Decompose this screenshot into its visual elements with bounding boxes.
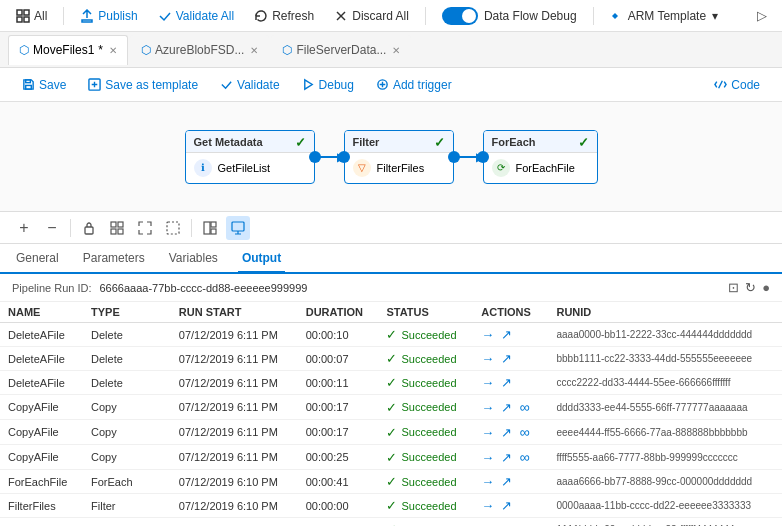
run-bar-icons: ⊡ ↻ ● [728, 280, 770, 295]
tab-output[interactable]: Output [238, 245, 285, 273]
maximize-icon[interactable]: ▷ [750, 4, 774, 28]
cell-status: ✓ Succeeded [378, 347, 473, 371]
action-view-icon[interactable]: → [481, 400, 494, 415]
tab-movefiles[interactable]: ⬡ MoveFiles1 * ✕ [8, 35, 128, 65]
action-loop-icon[interactable]: ∞ [519, 424, 529, 440]
cell-runid: dddd3333-ee44-5555-66ff-777777aaaaaaa [548, 395, 782, 420]
tab-general[interactable]: General [12, 244, 63, 272]
arm-template-button[interactable]: ARM Template ▾ [602, 7, 726, 25]
action-view-icon[interactable]: → [481, 522, 494, 526]
action-open-icon[interactable]: ↗ [501, 375, 512, 390]
action-open-icon[interactable]: ↗ [501, 522, 512, 526]
node-filter[interactable]: Filter ✓ ▽ FilterFiles [344, 130, 454, 184]
tab-modified-indicator: * [98, 43, 103, 57]
copy-run-id-icon[interactable]: ⊡ [728, 280, 739, 295]
action-view-icon[interactable]: → [481, 327, 494, 342]
tab-parameters[interactable]: Parameters [79, 244, 149, 272]
monitor-icon-btn[interactable] [226, 216, 250, 240]
tab-close-icon3[interactable]: ✕ [392, 45, 400, 56]
fit-icon-btn[interactable] [133, 216, 157, 240]
cell-run-start: 07/12/2019 6:10 PM [171, 494, 298, 518]
discard-all-button[interactable]: Discard All [326, 7, 417, 25]
action-open-icon[interactable]: ↗ [501, 351, 512, 366]
add-trigger-button[interactable]: Add trigger [366, 74, 462, 96]
svg-line-9 [719, 81, 723, 88]
separator2 [425, 7, 426, 25]
cell-status: ✓ Succeeded [378, 494, 473, 518]
action-open-icon[interactable]: ↗ [501, 474, 512, 489]
cell-status: ✓ Succeeded [378, 470, 473, 494]
refresh-run-icon[interactable]: ↻ [745, 280, 756, 295]
data-flow-debug-toggle[interactable]: Data Flow Debug [442, 7, 577, 25]
action-view-icon[interactable]: → [481, 474, 494, 489]
node-foreach[interactable]: ForEach ✓ ⟳ ForEachFile [483, 130, 598, 184]
cell-duration: 00:00:41 [298, 470, 379, 494]
publish-button[interactable]: Publish [72, 7, 145, 25]
node-getmetadata[interactable]: Get Metadata ✓ ℹ GetFileList [185, 130, 315, 184]
port-left-foreach [477, 151, 489, 163]
node-check-getmetadata: ✓ [295, 135, 306, 150]
toggle-thumb [462, 9, 476, 23]
svg-marker-7 [304, 80, 311, 89]
svg-rect-1 [24, 10, 29, 15]
svg-rect-2 [17, 17, 22, 22]
action-loop-icon[interactable]: ∞ [519, 399, 529, 415]
tab-close-icon[interactable]: ✕ [109, 45, 117, 56]
tab-close-icon2[interactable]: ✕ [250, 45, 258, 56]
separator [63, 7, 64, 25]
output-table-wrap: NAME TYPE RUN START DURATION STATUS ACTI… [0, 302, 782, 526]
validate-all-button[interactable]: Validate All [150, 7, 242, 25]
action-loop-icon[interactable]: ∞ [519, 449, 529, 465]
layout-icon-btn[interactable] [198, 216, 222, 240]
run-id-value: 6666aaaa-77bb-cccc-dd88-eeeeee999999 [100, 282, 308, 294]
cell-name: CopyAFile [0, 420, 83, 445]
save-button[interactable]: Save [12, 74, 76, 96]
cell-name: CopyAFile [0, 445, 83, 470]
cell-run-start: 07/12/2019 6:11 PM [171, 445, 298, 470]
status-success-icon: ✓ [386, 400, 397, 415]
refresh-button[interactable]: Refresh [246, 7, 322, 25]
action-open-icon[interactable]: ↗ [501, 327, 512, 342]
select-icon-btn[interactable] [161, 216, 185, 240]
cell-type: Delete [83, 323, 171, 347]
port-right-getmetadata[interactable] [309, 151, 321, 163]
action-view-icon[interactable]: → [481, 450, 494, 465]
action-open-icon[interactable]: ↗ [501, 450, 512, 465]
table-row: ForEachFile ForEach 07/12/2019 6:10 PM 0… [0, 470, 782, 494]
debug-button[interactable]: Debug [292, 74, 364, 96]
action-open-icon[interactable]: ↗ [501, 400, 512, 415]
action-view-icon[interactable]: → [481, 375, 494, 390]
all-button[interactable]: All [8, 7, 55, 25]
node-icon-info: ℹ [194, 159, 212, 177]
status-success-icon: ✓ [386, 474, 397, 489]
action-view-icon[interactable]: → [481, 425, 494, 440]
cell-type: Copy [83, 445, 171, 470]
add-icon-btn[interactable]: + [12, 216, 36, 240]
tab-fileserver[interactable]: ⬡ FileServerData... ✕ [271, 35, 411, 65]
action-open-icon[interactable]: ↗ [501, 498, 512, 513]
cell-duration: 00:00:07 [298, 347, 379, 371]
lock-icon-btn[interactable] [77, 216, 101, 240]
cell-name: DeleteAFile [0, 323, 83, 347]
cell-duration: 00:00:25 [298, 445, 379, 470]
cell-duration: 00:00:13 [298, 518, 379, 527]
cell-duration: 00:00:11 [298, 371, 379, 395]
cell-actions: → ↗ [473, 494, 548, 518]
tab-variables[interactable]: Variables [165, 244, 222, 272]
toggle-track[interactable] [442, 7, 478, 25]
tab-pipeline-icon: ⬡ [19, 43, 29, 57]
node-header-filter: Filter ✓ [345, 131, 453, 153]
output-tabs: General Parameters Variables Output [0, 244, 782, 274]
tab-azureblob[interactable]: ⬡ AzureBlobFSD... ✕ [130, 35, 269, 65]
action-open-icon[interactable]: ↗ [501, 425, 512, 440]
validate-button[interactable]: Validate [210, 74, 289, 96]
grid-icon-btn[interactable] [105, 216, 129, 240]
code-button[interactable]: Code [704, 74, 770, 96]
minus-icon-btn[interactable]: − [40, 216, 64, 240]
cell-run-start: 07/12/2019 6:10 PM [171, 470, 298, 494]
port-right-filter[interactable] [448, 151, 460, 163]
action-view-icon[interactable]: → [481, 351, 494, 366]
cell-name: GetFileList [0, 518, 83, 527]
action-view-icon[interactable]: → [481, 498, 494, 513]
save-as-template-button[interactable]: Save as template [78, 74, 208, 96]
